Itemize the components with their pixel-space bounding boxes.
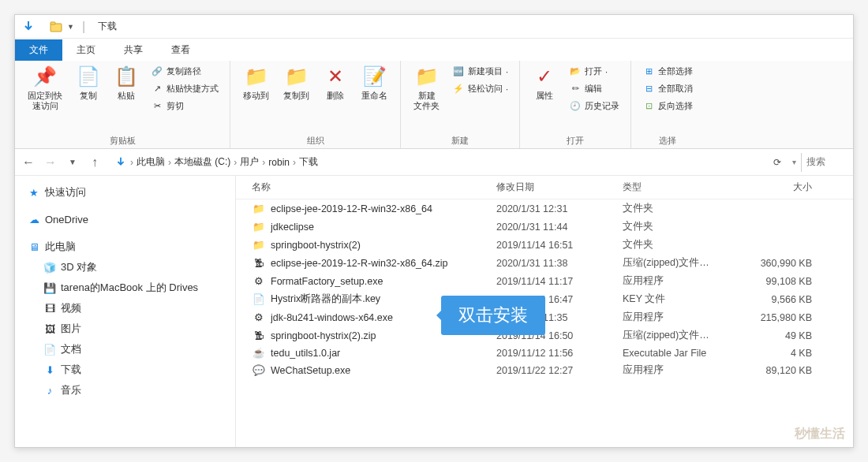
file-type: KEY 文件 [623,292,741,306]
file-date: 2020/1/31 12:31 [496,203,623,214]
qat-separator: | [79,20,88,34]
tab-share[interactable]: 共享 [110,39,157,61]
rename-button[interactable]: 📝重命名 [357,64,392,102]
ribbon-group-clipboard: 📌固定到快 速访问 📄复制 📋粘贴 🔗复制路径 ↗粘贴快捷方式 ✂剪切 剪贴板 [15,61,230,148]
delete-icon: ✕ [327,65,343,88]
file-size: 99,108 KB [741,276,812,287]
file-icon: 📁 [252,221,266,233]
properties-button[interactable]: ✓属性 [528,64,561,102]
file-size: 360,990 KB [741,258,812,269]
edit-icon: ✏ [569,84,582,94]
copypath-button[interactable]: 🔗复制路径 [148,64,222,79]
cut-button[interactable]: ✂剪切 [148,99,222,114]
properties-icon: ✓ [537,65,552,88]
newitem-button[interactable]: 🆕新建项目 · [449,64,511,79]
sidebar-onedrive[interactable]: ☁OneDrive [15,211,235,229]
nav-up-button[interactable]: ↑ [86,154,103,171]
sidebar-item-documents[interactable]: 📄文档 [15,339,235,360]
down-arrow-icon[interactable] [21,20,36,34]
crumb-0[interactable]: 此电脑 [137,155,165,169]
crumb-1[interactable]: 本地磁盘 (C:) [174,155,230,169]
col-size[interactable]: 大小 [741,181,812,194]
file-date: 2019/11/14 16:51 [496,240,623,251]
copy-button[interactable]: 📄复制 [72,64,105,102]
titlebar: ▼ | 下载 [15,15,853,39]
easyaccess-button[interactable]: ⚡轻松访问 · [449,81,511,96]
link-icon: 🔗 [151,66,163,76]
sidebar-item-pictures[interactable]: 🖼图片 [15,319,235,339]
file-name: jdkeclipse [271,222,496,233]
paste-button[interactable]: 📋粘贴 [110,64,143,102]
sidebar-item-music[interactable]: ♪音乐 [15,380,235,401]
file-icon: ⚙ [252,311,266,323]
music-icon: ♪ [43,385,56,397]
table-row[interactable]: 💬 WeChatSetup.exe 2019/11/22 12:27 应用程序 … [236,361,853,379]
column-headers: 名称 修改日期 类型 大小 [236,176,853,199]
sidebar-quickaccess[interactable]: ★快速访问 [15,182,235,203]
qat-dropdown-icon[interactable]: ▼ [64,23,77,31]
file-size: 89,120 KB [741,365,812,376]
file-name: eclipse-jee-2019-12-R-win32-x86_64 [271,203,496,214]
crumb-4[interactable]: 下载 [299,155,318,169]
file-type: 应用程序 [623,274,741,288]
sidebar-item-videos[interactable]: 🎞视频 [15,298,235,319]
file-size: 49 KB [741,330,812,341]
pin-button[interactable]: 📌固定到快 速访问 [23,64,67,113]
copyto-button[interactable]: 📁复制到 [279,64,314,102]
breadcrumb[interactable]: › 此电脑› 本地磁盘 (C:)› 用户› robin› 下载 ⟳ [108,155,788,169]
navbar: ← → ▼ ↑ › 此电脑› 本地磁盘 (C:)› 用户› robin› 下载 … [15,149,853,176]
open-button[interactable]: 📂打开 · [566,64,623,79]
table-row[interactable]: 📁 jdkeclipse 2020/1/31 11:44 文件夹 [236,218,853,236]
table-row[interactable]: ☕ tedu_utils1.0.jar 2019/11/12 11:56 Exe… [236,345,853,361]
selectall-button[interactable]: ⊞全部选择 [639,64,696,79]
crumb-3[interactable]: robin [268,157,290,168]
file-type: 压缩(zipped)文件… [623,329,741,342]
group-clipboard-label: 剪贴板 [23,133,222,147]
ribbon-tabs: 文件 主页 共享 查看 [15,39,853,61]
watermark: 秒懂生活 [795,426,845,442]
pc-icon: 🖥 [28,241,40,253]
table-row[interactable]: ⚙ FormatFactory_setup.exe 2019/11/14 11:… [236,272,853,290]
delete-button[interactable]: ✕删除 [319,64,352,102]
folder-qat-icon[interactable] [50,21,62,32]
invert-button[interactable]: ⊡反向选择 [639,99,696,114]
file-icon: 💬 [252,364,266,376]
file-type: 文件夹 [623,220,741,233]
sidebar-item-3d[interactable]: 🧊3D 对象 [15,257,235,278]
newfolder-button[interactable]: 📁新建 文件夹 [409,64,444,113]
nav-back-button[interactable]: ← [20,154,37,171]
selectnone-button[interactable]: ⊟全部取消 [639,81,696,96]
crumb-2[interactable]: 用户 [240,155,259,169]
col-type[interactable]: 类型 [623,181,741,194]
paste-icon: 📋 [114,65,138,88]
history-button[interactable]: 🕘历史记录 [566,99,623,114]
tab-view[interactable]: 查看 [157,39,204,61]
table-row[interactable]: 📁 springboot-hystrix(2) 2019/11/14 16:51… [236,236,853,254]
file-icon: 🗜 [252,258,266,269]
group-new-label: 新建 [409,133,511,147]
tab-home[interactable]: 主页 [62,39,110,61]
moveto-button[interactable]: 📁移动到 [238,64,274,102]
search-input[interactable]: 搜索 [801,153,848,172]
col-name[interactable]: 名称 [252,181,496,194]
pasteshortcut-button[interactable]: ↗粘贴快捷方式 [148,81,222,96]
col-date[interactable]: 修改日期 [496,181,623,194]
file-icon: 📄 [252,293,266,305]
nav-forward-button[interactable]: → [42,154,59,171]
file-type: 文件夹 [623,202,741,215]
tab-file[interactable]: 文件 [15,39,62,61]
group-open-label: 打开 [528,133,623,147]
table-row[interactable]: 🗜 eclipse-jee-2019-12-R-win32-x86_64.zip… [236,254,853,272]
table-row[interactable]: 📁 eclipse-jee-2019-12-R-win32-x86_64 202… [236,199,853,218]
file-name: FormatFactory_setup.exe [271,276,496,287]
file-name: tedu_utils1.0.jar [271,348,496,359]
file-size: 4 KB [741,348,812,359]
sidebar-item-downloads[interactable]: ⬇下载 [15,360,235,380]
nav-recent-button[interactable]: ▼ [64,154,81,171]
callout-tooltip: 双击安装 [441,296,545,335]
sidebar-item-drives[interactable]: 💾tarena的MacBook 上的 Drives [15,278,235,298]
sidebar-thispc[interactable]: 🖥此电脑 [15,237,235,257]
sidebar: ★快速访问 ☁OneDrive 🖥此电脑 🧊3D 对象 💾tarena的MacB… [15,176,236,447]
edit-button[interactable]: ✏编辑 [566,81,623,96]
refresh-icon[interactable]: ⟳ [773,157,781,168]
